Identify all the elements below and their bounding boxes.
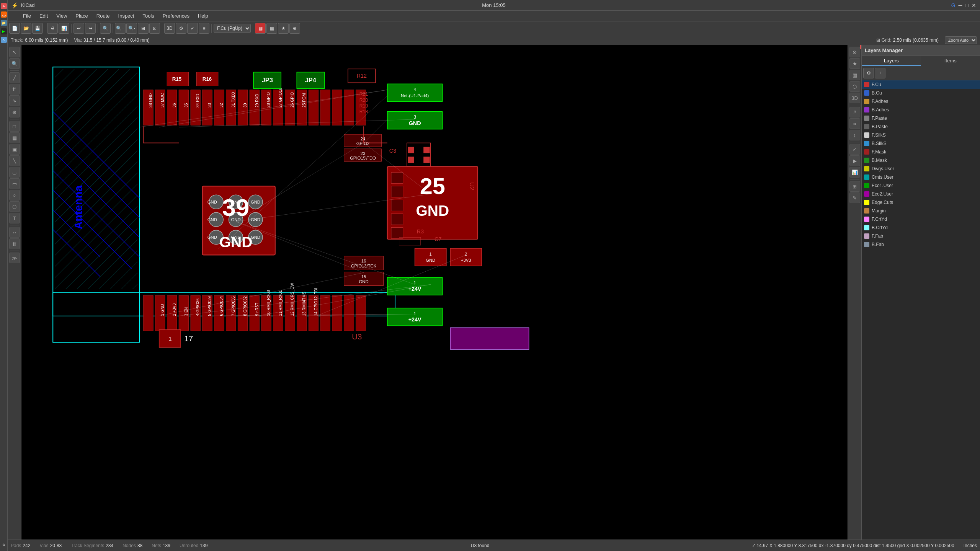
save-btn[interactable]: 💾 xyxy=(32,23,43,34)
layer-item-f-cu[interactable]: F.Cu xyxy=(862,80,980,89)
scripting-console[interactable]: ≫ xyxy=(9,253,20,263)
menu-place[interactable]: Place xyxy=(72,12,92,20)
layers-expand-btn[interactable]: + xyxy=(875,68,885,78)
draw-rect-tool[interactable]: ▭ xyxy=(9,178,20,189)
show-3d-btn[interactable]: 3D xyxy=(849,93,860,103)
kicad-taskbar-icon[interactable]: K xyxy=(1,37,7,43)
search-btn[interactable]: 🔍 xyxy=(100,23,111,34)
layer-select[interactable]: F.Cu (PgUp) xyxy=(214,24,251,33)
layer-item-b-silks[interactable]: B.SilkS xyxy=(862,139,980,148)
menu-file[interactable]: File xyxy=(19,12,35,20)
draw-line-tool[interactable]: ╲ xyxy=(9,155,20,166)
add-rule-area-tool[interactable]: ▣ xyxy=(9,144,20,155)
redo-btn[interactable]: ↪ xyxy=(85,23,96,34)
copper-fill-all-btn[interactable]: ▦ xyxy=(266,23,277,34)
settings-icon[interactable]: ⚙ xyxy=(1,542,7,548)
layer-name-label: Eco1.User xyxy=(872,183,978,188)
layers-settings-btn[interactable]: ⚙ xyxy=(863,68,874,78)
layer-item-eco2-user[interactable]: Eco2.User xyxy=(862,190,980,198)
pcb-canvas[interactable]: Antenna R15 R16 xyxy=(21,45,848,540)
layer-item-f-paste[interactable]: F.Paste xyxy=(862,114,980,122)
zoom-out-btn[interactable]: 🔍- xyxy=(126,23,137,34)
google-icon: G xyxy=(951,2,956,8)
drc-btn[interactable]: ✓ xyxy=(849,144,860,155)
flip-board-btn[interactable]: ↕ xyxy=(849,130,860,140)
files-icon[interactable]: 📁 xyxy=(1,20,7,26)
layer-item-f-crtyd[interactable]: F.CrtYd xyxy=(862,215,980,223)
layer-item-b-crtyd[interactable]: B.CrtYd xyxy=(862,223,980,232)
design-rules-btn[interactable]: ✓ xyxy=(187,23,198,34)
run-script-btn[interactable]: ▶ xyxy=(849,155,860,166)
new-btn[interactable]: 📄 xyxy=(9,23,20,34)
tab-items[interactable]: Items xyxy=(921,56,980,66)
layer-item-b-paste[interactable]: B.Paste xyxy=(862,122,980,131)
add-footprint-tool[interactable]: □ xyxy=(9,121,20,132)
print-btn[interactable]: 🖨 xyxy=(47,23,58,34)
layer-item-dwgs-user[interactable]: Dwgs.User xyxy=(862,165,980,173)
board-setup-btn[interactable]: ⚙ xyxy=(176,23,186,34)
menu-route[interactable]: Route xyxy=(93,12,114,20)
show-pad-numbers[interactable]: # xyxy=(849,107,860,117)
add-text-tool[interactable]: T xyxy=(9,213,20,223)
menu-edit[interactable]: Edit xyxy=(36,12,52,20)
measure-tool[interactable]: ↔ xyxy=(9,227,20,238)
layer-item-eco1-user[interactable]: Eco1.User xyxy=(862,181,980,190)
firefox-icon[interactable]: 🦊 xyxy=(1,11,7,18)
net-inspector-btn[interactable]: ≡ xyxy=(199,23,209,34)
3d-view-btn[interactable]: 3D xyxy=(164,23,175,34)
layer-item-margin[interactable]: Margin xyxy=(862,207,980,215)
layer-item-b-fab[interactable]: B.Fab xyxy=(862,240,980,249)
layer-item-edge-cuts[interactable]: Edge.Cuts xyxy=(862,198,980,207)
select-tool[interactable]: ↖ xyxy=(9,47,20,57)
tab-layers[interactable]: Layers xyxy=(862,56,921,66)
show-ratsnest2[interactable]: ≈ xyxy=(849,118,860,129)
highlight-net-btn[interactable]: ★ xyxy=(849,58,860,69)
copper-fill-btn[interactable]: ▦ xyxy=(255,23,266,34)
board-stats-btn[interactable]: 📊 xyxy=(849,167,860,178)
layer-item-f-adhes[interactable]: F.Adhes xyxy=(862,97,980,106)
layers-list[interactable]: F.CuB.CuF.AdhesB.AdhesF.PasteB.PasteF.Si… xyxy=(862,80,980,540)
layer-item-b-adhes[interactable]: B.Adhes xyxy=(862,106,980,114)
highlight-net-btn[interactable]: ★ xyxy=(278,23,289,34)
close-btn[interactable]: ✕ xyxy=(972,2,976,8)
zoom-in-btn[interactable]: 🔍+ xyxy=(115,23,126,34)
zoom-board-btn[interactable]: ⊡ xyxy=(149,23,160,34)
layer-item-f-mask[interactable]: F.Mask xyxy=(862,148,980,156)
layer-item-b-cu[interactable]: B.Cu xyxy=(862,89,980,97)
show-ratsnest-btn[interactable]: ⊗ xyxy=(849,47,860,57)
layer-item-f-silks[interactable]: F.SilkS xyxy=(862,131,980,139)
show-copper-btn[interactable]: ⬡ xyxy=(849,81,860,92)
open-btn[interactable]: 📂 xyxy=(21,23,31,34)
route-differential-tool[interactable]: ⇈ xyxy=(9,84,20,95)
zoom-select[interactable]: Zoom Auto xyxy=(945,36,977,44)
layer-item-f-fab[interactable]: F.Fab xyxy=(862,232,980,240)
draw-tool2[interactable]: ✎ xyxy=(849,192,860,203)
inspect-tool[interactable]: 🔍 xyxy=(9,58,20,69)
clearance-btn[interactable]: ⊕ xyxy=(289,23,300,34)
delete-tool[interactable]: 🗑 xyxy=(9,238,20,249)
show-layers-btn[interactable]: ▦ xyxy=(849,70,860,80)
add-via-tool[interactable]: ⊕ xyxy=(9,107,20,117)
terminal-icon[interactable]: ▶ xyxy=(1,28,7,34)
menu-help[interactable]: Help xyxy=(194,12,212,20)
route-track-tool[interactable]: ╱ xyxy=(9,72,20,83)
maximize-btn[interactable]: □ xyxy=(965,2,969,8)
draw-polygon-tool[interactable]: ⬡ xyxy=(9,201,20,212)
layer-item-cmts-user[interactable]: Cmts.User xyxy=(862,173,980,181)
route-tune-tool[interactable]: ∿ xyxy=(9,95,20,106)
menu-inspect[interactable]: Inspect xyxy=(114,12,138,20)
draw-circle-tool[interactable]: ○ xyxy=(9,190,20,201)
layer-item-b-mask[interactable]: B.Mask xyxy=(862,156,980,165)
draw-arc-tool[interactable]: ◡ xyxy=(9,167,20,178)
menu-tools[interactable]: Tools xyxy=(139,12,158,20)
menu-view[interactable]: View xyxy=(52,12,71,20)
zoom-fit-btn[interactable]: ⊞ xyxy=(138,23,149,34)
pcb-view[interactable]: Antenna R15 R16 xyxy=(21,45,848,540)
undo-btn[interactable]: ↩ xyxy=(74,23,84,34)
menu-preferences[interactable]: Preferences xyxy=(159,12,193,20)
show-grid-btn[interactable]: ⊞ xyxy=(849,181,860,192)
add-zone-tool[interactable]: ▦ xyxy=(9,132,20,143)
plot-btn[interactable]: 📊 xyxy=(59,23,69,34)
activities-icon[interactable]: A xyxy=(1,3,7,9)
minimize-btn[interactable]: ─ xyxy=(959,2,962,8)
